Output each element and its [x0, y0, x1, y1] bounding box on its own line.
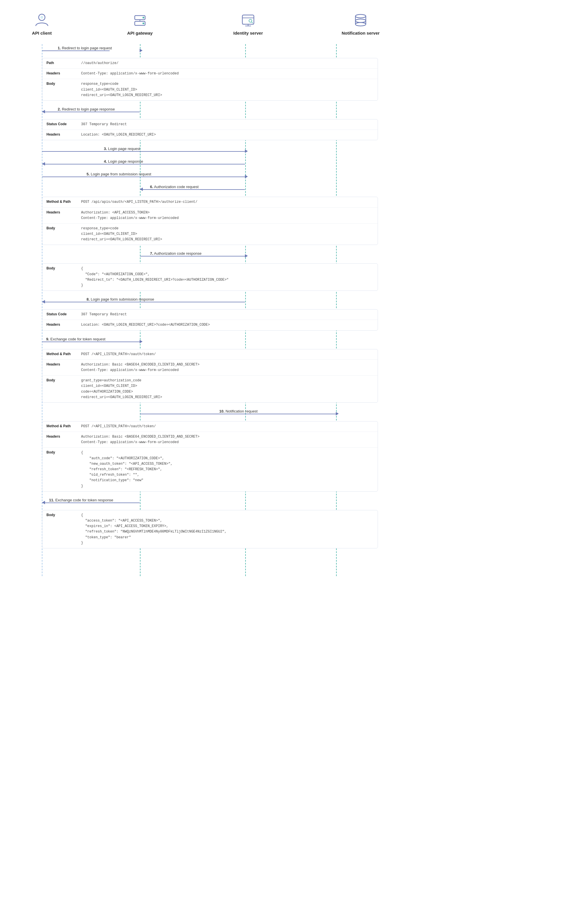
step-11: 11. Exchange code for token response Bod…	[17, 496, 560, 548]
step-2-status-row: Status Code 307 Temporary Redirect	[42, 119, 378, 130]
step-10: 10. Notification request Method & Path P…	[17, 407, 560, 492]
step-6-arrow: 6. Authorization code request	[17, 183, 560, 196]
api-client-label: API client	[32, 31, 52, 35]
step-3: 3. Login page request	[17, 145, 560, 158]
step-9-body-val: grant_type=authorization_code client_id=…	[81, 378, 162, 400]
identity-server-icon	[239, 11, 257, 29]
step-7-body-val: { "Code": "<AUTHORIZATION_CODE>", "Redir…	[81, 266, 229, 288]
step-1-arrow: 1. Redirect to login page request	[17, 44, 560, 57]
step-8-status-row: Status Code 307 Temporary Redirect	[42, 309, 378, 320]
step-11-body-row: Body { "access_token": "<API_ACCESS_TOKE…	[42, 510, 378, 548]
step-9-methodpath-row: Method & Path POST /<API_LISTEN_PATH>/oa…	[42, 349, 378, 360]
step-10-card: Method & Path POST /<API_LISTEN_PATH>/oa…	[42, 421, 378, 492]
step-8: 8. Login page form submission response S…	[17, 295, 560, 330]
notification-server-label: Notification server	[342, 31, 380, 35]
step-2-arrow: 2. Redirect to login page response	[17, 105, 560, 118]
step-11-arrow: 11. Exchange code for token response	[17, 496, 560, 509]
step-8-card: Status Code 307 Temporary Redirect Heade…	[42, 309, 378, 330]
step-8-headers-val: Location: <OAUTH_LOGIN_REDIRECT_URI>?cod…	[81, 322, 210, 328]
svg-line-10	[251, 22, 253, 23]
step-10-body-key: Body	[47, 450, 81, 454]
step-9-card: Method & Path POST /<API_LISTEN_PATH>/oa…	[42, 349, 378, 403]
step-10-body-val: { "auth_code": "<AUTHORIZATION_CODE>", "…	[81, 450, 172, 489]
svg-point-17	[355, 19, 366, 23]
step-9-body-key: Body	[47, 378, 81, 382]
step-6-label: 6. Authorization code request	[150, 185, 198, 189]
step-1-card: Path //oauth/authorize/ Headers Content-…	[42, 58, 378, 101]
step-10-headers-row: Headers Authorization: Basic <BASE64_ENC…	[42, 432, 378, 448]
actors-row: API client API gateway	[17, 11, 560, 35]
step-10-headers-key: Headers	[47, 434, 81, 438]
bottom-spacer	[17, 553, 560, 576]
step-10-methodpath-val: POST /<API_LISTEN_PATH>/oauth/token/	[81, 424, 156, 429]
step-7-arrow: 7. Authorization code response	[17, 250, 560, 262]
step-11-card: Body { "access_token": "<API_ACCESS_TOKE…	[42, 510, 378, 548]
api-client-icon	[33, 11, 50, 29]
step-6-body-val: response_type=code client_id=<OAUTH_CLIE…	[81, 226, 162, 243]
step-6-card: Method & Path POST /api/apis/oauth/<API_…	[42, 197, 378, 245]
step-11-body-key: Body	[47, 513, 81, 517]
step-10-methodpath-row: Method & Path POST /<API_LISTEN_PATH>/oa…	[42, 422, 378, 432]
step-9-headers-row: Headers Authorization: Basic <BASE64_ENC…	[42, 360, 378, 376]
step-2-card: Status Code 307 Temporary Redirect Heade…	[42, 119, 378, 140]
step-9-body-row: Body grant_type=authorization_code clien…	[42, 376, 378, 402]
step-5: 5. Login page from submission request	[17, 170, 560, 183]
step-9-methodpath-val: POST /<API_LISTEN_PATH>/oauth/token/	[81, 352, 156, 357]
step-8-label: 8. Login page form submission response	[87, 297, 154, 301]
step-1-headers-row: Headers Content-Type: application/x-www-…	[42, 69, 378, 79]
step-6-body-row: Body response_type=code client_id=<OAUTH…	[42, 224, 378, 245]
svg-point-14	[355, 14, 366, 18]
step-7-label: 7. Authorization code response	[150, 251, 201, 256]
step-7-body-key: Body	[47, 266, 81, 270]
actor-identity-server: Identity server	[222, 11, 274, 35]
api-gateway-icon	[131, 11, 148, 29]
step-8-status-key: Status Code	[47, 312, 81, 316]
step-11-label: 11. Exchange code for token response	[49, 498, 113, 502]
actor-api-client: API client	[17, 11, 66, 35]
step-10-headers-val: Authorization: Basic <BASE64_ENCODED_CLI…	[81, 434, 199, 445]
step-2-headers-val: Location: <OAUTH_LOGIN_REDIRECT_URI>	[81, 132, 156, 138]
notification-server-icon	[352, 11, 369, 29]
step-6-body-key: Body	[47, 226, 81, 230]
step-8-headers-row: Headers Location: <OAUTH_LOGIN_REDIRECT_…	[42, 320, 378, 330]
step-3-arrow: 3. Login page request	[17, 145, 560, 158]
step-10-arrow: 10. Notification request	[17, 407, 560, 420]
step-10-body-row: Body { "auth_code": "<AUTHORIZATION_CODE…	[42, 448, 378, 491]
step-6-methodpath-val: POST /api/apis/oauth/<API_LISTEN_PATH>/a…	[81, 200, 197, 205]
actor-api-gateway: API gateway	[115, 11, 164, 35]
step-10-label: 10. Notification request	[219, 409, 258, 414]
step-9-headers-val: Authorization: Basic <BASE64_ENCODED_CLI…	[81, 362, 199, 373]
step-1-body-val: response_type=code client_id=<OAUTH_CLIE…	[81, 81, 162, 98]
step-1-headers-key: Headers	[47, 71, 81, 75]
step-9-methodpath-key: Method & Path	[47, 352, 81, 356]
step-4-arrow: 4. Login page response	[17, 158, 560, 170]
step-6-headers-val: Authorization: <API_ACCESS_TOKEN> Conten…	[81, 210, 179, 221]
step-1-path-val: //oauth/authorize/	[81, 61, 119, 66]
step-9: 9. Exchange code for token request Metho…	[17, 335, 560, 403]
identity-server-label: Identity server	[234, 31, 263, 35]
svg-point-20	[355, 23, 366, 26]
step-11-body-val: { "access_token": "<API_ACCESS_TOKEN>", …	[81, 513, 226, 546]
step-2: 2. Redirect to login page response Statu…	[17, 105, 560, 140]
step-6-methodpath-key: Method & Path	[47, 200, 81, 204]
diagram-container: API client API gateway	[0, 0, 577, 924]
svg-point-1	[40, 16, 43, 19]
step-1-path-row: Path //oauth/authorize/	[42, 58, 378, 69]
step-8-headers-key: Headers	[47, 322, 81, 327]
step-6-headers-key: Headers	[47, 210, 81, 214]
step-3-label: 3. Login page request	[104, 146, 140, 151]
step-4: 4. Login page response	[17, 158, 560, 170]
step-1-body-row: Body response_type=code client_id=<OAUTH…	[42, 79, 378, 100]
step-8-status-val: 307 Temporary Redirect	[81, 312, 127, 317]
sequence-wrapper: 1. Redirect to login page request Path /…	[17, 44, 560, 576]
svg-point-5	[142, 17, 144, 18]
step-7: 7. Authorization code response Body { "C…	[17, 250, 560, 291]
step-2-headers-key: Headers	[47, 132, 81, 137]
step-4-label: 4. Login page response	[104, 159, 143, 164]
svg-point-6	[142, 23, 144, 24]
step-2-status-val: 307 Temporary Redirect	[81, 122, 127, 127]
step-9-headers-key: Headers	[47, 362, 81, 366]
step-2-status-key: Status Code	[47, 122, 81, 126]
step-9-label: 9. Exchange code for token request	[46, 337, 105, 341]
step-6-headers-row: Headers Authorization: <API_ACCESS_TOKEN…	[42, 208, 378, 224]
